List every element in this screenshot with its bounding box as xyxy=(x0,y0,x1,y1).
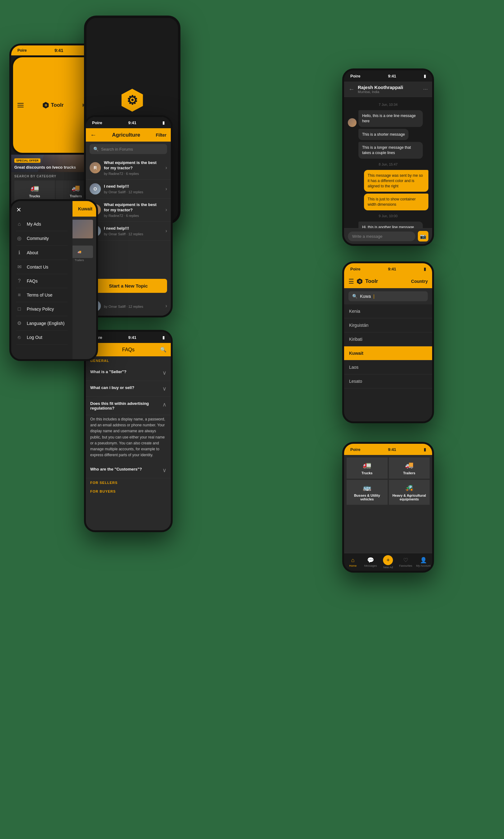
filter-button[interactable]: Filter xyxy=(156,132,166,138)
faq-item-4[interactable]: Who are the "Customers"? ∨ xyxy=(86,462,171,478)
search-cursor: | xyxy=(373,294,375,299)
chevron-icon-1: › xyxy=(165,165,167,171)
heavy-label-8: Heavy & Agricultural equipments xyxy=(391,494,428,501)
trucks-icon: 🚛 xyxy=(31,184,39,192)
language-label: Language (English) xyxy=(27,321,65,326)
drawer-item-privacy[interactable]: □ Privacy Policy xyxy=(16,302,68,316)
faq-item-1[interactable]: What is a "Seller"? ∨ xyxy=(86,365,171,381)
back-button-5[interactable]: ← xyxy=(348,86,355,93)
cat8-trucks[interactable]: 🚛 Trucks xyxy=(346,458,388,479)
country-header-left: ☰ ⚙ Toolr xyxy=(348,278,378,285)
msg-bubble-2: This is a shorter message xyxy=(358,129,409,140)
back-button-3[interactable]: ← xyxy=(90,131,96,139)
drawer-item-about[interactable]: ℹ About xyxy=(16,246,68,260)
chat-send-button[interactable]: 📷 xyxy=(418,231,428,242)
time-6: 9:41 xyxy=(388,267,396,271)
forum-item-last[interactable]: O by Omar Saliff · 12 replies › xyxy=(86,297,171,316)
forum-post-title-4: I need help!!! xyxy=(104,226,162,231)
toolr-logo-icon-6: ⚙ xyxy=(357,278,363,284)
msg-row-4: This message was sent by me so it has a … xyxy=(348,170,428,192)
cat8-heavy[interactable]: 🚜 Heavy & Agricultural equipments xyxy=(389,480,430,505)
country-right-label: Country xyxy=(411,279,428,284)
chat-more-button[interactable]: ··· xyxy=(423,86,428,92)
country-search-input[interactable]: 🔍 Kuwa | xyxy=(348,291,428,301)
drawer-item-my-ads[interactable]: ⌂ My Ads xyxy=(16,217,68,231)
drawer-screen: Kuwait cks 🚚 Trailers ✕ ⌂ My Ads ◎ xyxy=(11,201,96,359)
faq-question-1: What is a "Seller"? xyxy=(90,369,160,374)
faq-toggle-1: ∨ xyxy=(162,369,166,376)
hamburger-menu[interactable] xyxy=(17,103,24,107)
chat-message-input[interactable]: Write a message xyxy=(348,232,415,241)
country-header: ☰ ⚙ Toolr Country xyxy=(344,274,432,288)
drawer-item-terms[interactable]: ≡ Terms of Use xyxy=(16,288,68,302)
forum-search-bar: 🔍 Search in Forums xyxy=(86,142,171,157)
forum-list: R What equipment is the best for my trac… xyxy=(86,157,171,275)
phone-country: Poire 9:41 ▮ ☰ ⚙ Toolr Country 🔍 Kuwa | xyxy=(342,262,434,423)
time-4: 9:41 xyxy=(128,335,136,340)
country-kiribati[interactable]: Kiribati xyxy=(344,332,432,346)
chevron-icon-last: › xyxy=(165,303,167,309)
faq-search-icon[interactable]: 🔍 xyxy=(160,347,166,353)
faq-item-3[interactable]: Does this fit within advertising regulat… xyxy=(86,397,171,415)
country-kenia[interactable]: Kenia xyxy=(344,304,432,318)
country-lesato[interactable]: Lesato xyxy=(344,374,432,388)
forum-post-meta-last: by Omar Saliff · 12 replies xyxy=(104,305,162,308)
nav8-favourites[interactable]: ♡ Favourites xyxy=(397,557,415,567)
trailers-icon-8: 🚚 xyxy=(405,461,413,469)
about-icon: ℹ xyxy=(16,250,22,255)
trucks-label-8: Trucks xyxy=(361,471,373,475)
forum-item-3[interactable]: R What equipment is the best for my trac… xyxy=(86,199,171,221)
svg-text:⚙: ⚙ xyxy=(358,280,361,283)
search-icon-3: 🔍 xyxy=(93,147,98,151)
nav8-messages[interactable]: 💬 Messages xyxy=(362,557,380,567)
forum-item-1[interactable]: R What equipment is the best for my trac… xyxy=(86,157,171,180)
busses-icon-8: 🚌 xyxy=(363,484,371,492)
busses-label-8: Busses & Utility vehicles xyxy=(349,494,385,501)
community-icon: ◎ xyxy=(16,235,22,241)
faqs-label: FAQs xyxy=(27,279,38,284)
drawer-item-community[interactable]: ◎ Community xyxy=(16,231,68,246)
msg-row-5: This is just to show container width dim… xyxy=(348,194,428,210)
drawer-menu: ⌂ My Ads ◎ Community ℹ About ✉ Contact U… xyxy=(11,217,72,344)
battery-4: ▮ xyxy=(162,335,165,340)
forum-post-title-1: What equipment is the best for my tracto… xyxy=(104,160,162,171)
status-bar-5: Poire 9:41 ▮ xyxy=(344,70,432,82)
country-kuwait[interactable]: Kuwait xyxy=(344,346,432,360)
hamburger-icon-6[interactable]: ☰ xyxy=(348,278,354,285)
drawer-item-contact[interactable]: ✉ Contact Us xyxy=(16,260,68,274)
chevron-icon-2: › xyxy=(165,186,167,192)
favourites-icon-8: ♡ xyxy=(403,557,408,564)
contact-label: Contact Us xyxy=(27,265,48,269)
time-3: 9:41 xyxy=(128,121,136,125)
country-laos[interactable]: Laos xyxy=(344,360,432,374)
nav8-new-ad[interactable]: + New Ad xyxy=(379,555,397,569)
category-trucks[interactable]: 🚛 Trucks xyxy=(14,180,55,202)
chevron-icon-3: › xyxy=(165,207,167,213)
phone8-categories: 🚛 Trucks 🚚 Trailers 🚌 Busses & Utility v… xyxy=(344,455,432,553)
forum-search-input[interactable]: 🔍 Search in Forums xyxy=(90,144,167,154)
faq-question-4: Who are the "Customers"? xyxy=(90,467,160,471)
faq-toggle-2: ∨ xyxy=(162,385,166,392)
trucks-label: Trucks xyxy=(29,194,40,198)
drawer-close-button[interactable]: ✕ xyxy=(11,201,72,217)
drawer-item-language[interactable]: ⚙ Language (English) xyxy=(16,316,68,331)
faq-item-2[interactable]: What can i buy or sell? ∨ xyxy=(86,381,171,397)
msg-bubble-6: Hi, this is another line message here xyxy=(358,221,423,228)
cat8-trailers[interactable]: 🚚 Trailers xyxy=(389,458,430,479)
cat8-busses[interactable]: 🚌 Busses & Utility vehicles xyxy=(346,480,388,505)
forum-item-4[interactable]: O I need help!!! by Omar Saliff · 12 rep… xyxy=(86,221,171,240)
trailers-label-8: Trailers xyxy=(403,471,415,475)
home-icon-8: ⌂ xyxy=(351,557,355,564)
battery-6: ▮ xyxy=(424,267,426,271)
drawer-item-logout[interactable]: ⎋ Log Out xyxy=(16,331,68,344)
phone-faqs: Poire 9:41 ▮ ← FAQs 🔍 GENERAL What is a … xyxy=(84,330,173,532)
forum-post-title-3: What equipment is the best for my tracto… xyxy=(104,202,162,213)
drawer-item-faqs[interactable]: ? FAQs xyxy=(16,274,68,288)
nav8-account[interactable]: 👤 My Account xyxy=(414,557,432,567)
start-topic-button[interactable]: Start a New Topic xyxy=(90,279,167,293)
country-kirguistan[interactable]: Kirguistán xyxy=(344,318,432,332)
nav8-home[interactable]: ⌂ Home xyxy=(344,557,362,567)
avatar-2: O xyxy=(90,183,101,195)
forum-item-2[interactable]: O I need help!!! by Omar Saliff · 12 rep… xyxy=(86,180,171,199)
msg-bubble-5: This is just to show container width dim… xyxy=(364,194,428,210)
